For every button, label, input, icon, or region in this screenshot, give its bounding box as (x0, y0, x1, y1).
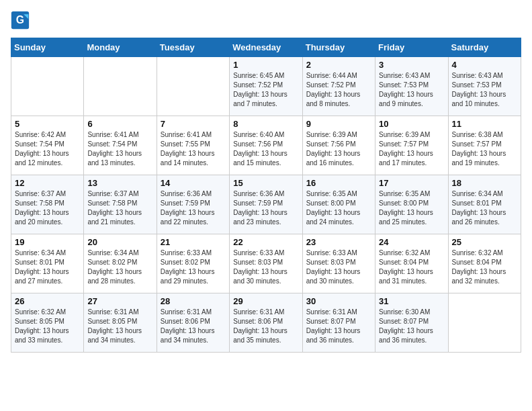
day-number: 18 (452, 178, 517, 188)
calendar-cell: 1Sunrise: 6:45 AM Sunset: 7:52 PM Daylig… (230, 57, 302, 116)
calendar-table: SundayMondayTuesdayWednesdayThursdayFrid… (11, 38, 521, 353)
day-number: 5 (15, 119, 80, 129)
day-number: 31 (379, 296, 444, 306)
day-info: Sunrise: 6:37 AM Sunset: 7:58 PM Dayligh… (87, 189, 152, 227)
weekday-header: Friday (375, 38, 448, 57)
day-info: Sunrise: 6:34 AM Sunset: 8:01 PM Dayligh… (15, 248, 80, 286)
calendar-cell: 31Sunrise: 6:30 AM Sunset: 8:07 PM Dayli… (375, 293, 448, 353)
day-number: 15 (233, 178, 298, 188)
day-info: Sunrise: 6:31 AM Sunset: 8:06 PM Dayligh… (161, 308, 226, 345)
logo: G (11, 11, 32, 30)
day-number: 17 (379, 178, 444, 188)
calendar-cell (448, 293, 521, 353)
day-number: 12 (15, 178, 80, 188)
calendar-cell: 30Sunrise: 6:31 AM Sunset: 8:07 PM Dayli… (302, 293, 375, 353)
day-info: Sunrise: 6:35 AM Sunset: 8:00 PM Dayligh… (379, 189, 444, 227)
calendar-cell: 3Sunrise: 6:43 AM Sunset: 7:53 PM Daylig… (375, 57, 448, 116)
day-info: Sunrise: 6:31 AM Sunset: 8:05 PM Dayligh… (87, 308, 152, 345)
calendar-cell: 18Sunrise: 6:34 AM Sunset: 8:01 PM Dayli… (448, 175, 521, 234)
day-number: 22 (233, 237, 298, 247)
day-number: 26 (15, 296, 80, 306)
calendar-cell: 10Sunrise: 6:39 AM Sunset: 7:57 PM Dayli… (375, 116, 448, 175)
day-info: Sunrise: 6:37 AM Sunset: 7:58 PM Dayligh… (15, 189, 80, 227)
day-number: 4 (452, 60, 517, 70)
day-number: 23 (306, 237, 371, 247)
calendar-cell: 22Sunrise: 6:33 AM Sunset: 8:03 PM Dayli… (230, 234, 302, 293)
day-number: 20 (87, 237, 152, 247)
weekday-header: Monday (84, 38, 157, 57)
day-info: Sunrise: 6:41 AM Sunset: 7:54 PM Dayligh… (87, 130, 152, 168)
day-info: Sunrise: 6:44 AM Sunset: 7:52 PM Dayligh… (306, 71, 371, 109)
day-info: Sunrise: 6:32 AM Sunset: 8:04 PM Dayligh… (452, 248, 517, 286)
day-info: Sunrise: 6:40 AM Sunset: 7:56 PM Dayligh… (233, 130, 298, 168)
calendar-cell: 21Sunrise: 6:33 AM Sunset: 8:02 PM Dayli… (157, 234, 229, 293)
calendar-cell: 15Sunrise: 6:36 AM Sunset: 7:59 PM Dayli… (230, 175, 302, 234)
day-info: Sunrise: 6:31 AM Sunset: 8:06 PM Dayligh… (233, 308, 298, 345)
day-number: 16 (306, 178, 371, 188)
day-number: 11 (452, 119, 517, 129)
calendar-cell: 6Sunrise: 6:41 AM Sunset: 7:54 PM Daylig… (84, 116, 157, 175)
calendar-cell: 13Sunrise: 6:37 AM Sunset: 7:58 PM Dayli… (84, 175, 157, 234)
day-number: 14 (161, 178, 226, 188)
day-info: Sunrise: 6:36 AM Sunset: 7:59 PM Dayligh… (161, 189, 226, 227)
weekday-header: Thursday (302, 38, 375, 57)
day-info: Sunrise: 6:35 AM Sunset: 8:00 PM Dayligh… (306, 189, 371, 227)
day-info: Sunrise: 6:31 AM Sunset: 8:07 PM Dayligh… (306, 308, 371, 345)
day-number: 30 (306, 296, 371, 306)
calendar-cell: 19Sunrise: 6:34 AM Sunset: 8:01 PM Dayli… (11, 234, 84, 293)
day-info: Sunrise: 6:32 AM Sunset: 8:04 PM Dayligh… (379, 248, 444, 286)
day-info: Sunrise: 6:38 AM Sunset: 7:57 PM Dayligh… (452, 130, 517, 168)
calendar-cell: 5Sunrise: 6:42 AM Sunset: 7:54 PM Daylig… (11, 116, 84, 175)
calendar-cell: 26Sunrise: 6:32 AM Sunset: 8:05 PM Dayli… (11, 293, 84, 353)
svg-text:G: G (16, 14, 24, 26)
day-info: Sunrise: 6:33 AM Sunset: 8:03 PM Dayligh… (233, 248, 298, 286)
calendar-cell: 28Sunrise: 6:31 AM Sunset: 8:06 PM Dayli… (157, 293, 229, 353)
day-number: 2 (306, 60, 371, 70)
day-number: 25 (452, 237, 517, 247)
weekday-header: Wednesday (230, 38, 302, 57)
calendar-cell: 2Sunrise: 6:44 AM Sunset: 7:52 PM Daylig… (302, 57, 375, 116)
day-number: 3 (379, 60, 444, 70)
calendar-cell: 12Sunrise: 6:37 AM Sunset: 7:58 PM Dayli… (11, 175, 84, 234)
day-number: 13 (87, 178, 152, 188)
day-info: Sunrise: 6:33 AM Sunset: 8:03 PM Dayligh… (306, 248, 371, 286)
day-number: 24 (379, 237, 444, 247)
weekday-header: Sunday (11, 38, 84, 57)
day-number: 1 (233, 60, 298, 70)
day-number: 29 (233, 296, 298, 306)
day-number: 27 (87, 296, 152, 306)
page-header: G (11, 11, 521, 30)
calendar-cell: 24Sunrise: 6:32 AM Sunset: 8:04 PM Dayli… (375, 234, 448, 293)
calendar-cell: 8Sunrise: 6:40 AM Sunset: 7:56 PM Daylig… (230, 116, 302, 175)
calendar-cell: 7Sunrise: 6:41 AM Sunset: 7:55 PM Daylig… (157, 116, 229, 175)
calendar-cell: 20Sunrise: 6:34 AM Sunset: 8:02 PM Dayli… (84, 234, 157, 293)
weekday-header: Saturday (448, 38, 521, 57)
day-info: Sunrise: 6:43 AM Sunset: 7:53 PM Dayligh… (452, 71, 517, 109)
weekday-header: Tuesday (157, 38, 229, 57)
day-number: 19 (15, 237, 80, 247)
day-info: Sunrise: 6:39 AM Sunset: 7:56 PM Dayligh… (306, 130, 371, 168)
day-info: Sunrise: 6:32 AM Sunset: 8:05 PM Dayligh… (15, 308, 80, 345)
calendar-cell: 23Sunrise: 6:33 AM Sunset: 8:03 PM Dayli… (302, 234, 375, 293)
day-number: 10 (379, 119, 444, 129)
day-number: 21 (161, 237, 226, 247)
calendar-cell: 27Sunrise: 6:31 AM Sunset: 8:05 PM Dayli… (84, 293, 157, 353)
day-info: Sunrise: 6:41 AM Sunset: 7:55 PM Dayligh… (161, 130, 226, 168)
calendar-cell: 11Sunrise: 6:38 AM Sunset: 7:57 PM Dayli… (448, 116, 521, 175)
day-number: 9 (306, 119, 371, 129)
day-info: Sunrise: 6:33 AM Sunset: 8:02 PM Dayligh… (161, 248, 226, 286)
day-info: Sunrise: 6:39 AM Sunset: 7:57 PM Dayligh… (379, 130, 444, 168)
calendar-cell (84, 57, 157, 116)
day-info: Sunrise: 6:45 AM Sunset: 7:52 PM Dayligh… (233, 71, 298, 109)
calendar-cell (157, 57, 229, 116)
calendar-cell: 25Sunrise: 6:32 AM Sunset: 8:04 PM Dayli… (448, 234, 521, 293)
calendar-cell: 14Sunrise: 6:36 AM Sunset: 7:59 PM Dayli… (157, 175, 229, 234)
day-info: Sunrise: 6:36 AM Sunset: 7:59 PM Dayligh… (233, 189, 298, 227)
day-info: Sunrise: 6:43 AM Sunset: 7:53 PM Dayligh… (379, 71, 444, 109)
calendar-cell: 4Sunrise: 6:43 AM Sunset: 7:53 PM Daylig… (448, 57, 521, 116)
logo-icon: G (11, 11, 30, 30)
day-info: Sunrise: 6:30 AM Sunset: 8:07 PM Dayligh… (379, 308, 444, 345)
day-info: Sunrise: 6:34 AM Sunset: 8:01 PM Dayligh… (452, 189, 517, 227)
calendar-cell: 29Sunrise: 6:31 AM Sunset: 8:06 PM Dayli… (230, 293, 302, 353)
day-number: 8 (233, 119, 298, 129)
